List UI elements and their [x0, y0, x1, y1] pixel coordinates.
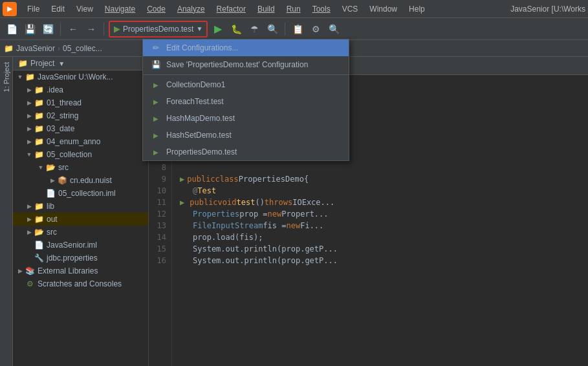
- run-config-icon: ▶: [114, 24, 120, 34]
- jdbc-label: jdbc.properties: [47, 253, 98, 263]
- gutter-run-icon-11: ▶: [180, 197, 184, 208]
- sync-button[interactable]: 🔄: [40, 21, 56, 37]
- javasenioir-iml-label: JavaSenior.iml: [47, 241, 97, 250]
- edit-config-label: Edit Configurations...: [166, 43, 238, 52]
- debug-button[interactable]: 🐛: [228, 21, 244, 37]
- collection-label: 05_collection: [47, 150, 92, 159]
- tree-item-01-thread[interactable]: ▶ 📁 01_thread: [13, 96, 148, 109]
- coverage-button[interactable]: ☂: [246, 21, 262, 37]
- tree-arrow-lib: ▶: [25, 203, 34, 210]
- menu-build[interactable]: Build: [252, 3, 280, 15]
- profile-button[interactable]: 🔍: [265, 21, 280, 37]
- tree-item-javasenioir-iml[interactable]: ▶ 📄 JavaSenior.iml: [13, 239, 148, 252]
- search-button[interactable]: 🔍: [326, 21, 342, 37]
- code-line-11: ▶ public void test() throws IOExce...: [180, 197, 580, 208]
- forward-button[interactable]: →: [83, 21, 99, 37]
- breadcrumb-folder-icon: 📁: [4, 44, 14, 53]
- tree-item-idea[interactable]: ▶ 📁 .idea: [13, 83, 148, 96]
- project-panel-label[interactable]: 1: Project: [3, 62, 10, 92]
- menu-help[interactable]: Help: [404, 3, 430, 15]
- tree-arrow-src: ▼: [36, 164, 45, 171]
- tree-item-javasenioir-root[interactable]: ▼ 📁 JavaSenior U:\Work...: [13, 70, 148, 83]
- code-line-13: FileInputStream fis = new Fi...: [180, 220, 580, 231]
- toolbar: 📄 💾 🔄 ← → ▶ PropertiesDemo.test ▼ ▶ 🐛 ☂ …: [0, 18, 588, 40]
- menu-run[interactable]: Run: [281, 3, 306, 15]
- out-label: out: [47, 215, 58, 224]
- code-line-10: @Test: [180, 185, 580, 197]
- tree-item-03-date[interactable]: ▶ 📁 03_date: [13, 122, 148, 135]
- idea-folder-icon: 📁: [34, 85, 44, 95]
- collection-demo1-label: CollectionDemo1: [166, 80, 225, 89]
- menu-file[interactable]: File: [22, 3, 45, 15]
- foreach-test-label: ForeachTest.test: [166, 97, 224, 106]
- edit-config-icon: ✏: [151, 43, 161, 53]
- dropdown-item-foreach-test[interactable]: ▶ ForeachTest.test: [143, 93, 349, 110]
- breadcrumb-sep: ›: [58, 44, 60, 53]
- menu-vcs[interactable]: VCS: [337, 3, 364, 15]
- settings-button[interactable]: ⚙: [308, 21, 323, 37]
- lib-folder-icon: 📁: [34, 201, 44, 211]
- side-panel-toggle[interactable]: 1: Project: [0, 57, 13, 366]
- run-config-arrow: ▼: [196, 25, 202, 32]
- hashset-demo-label: HashSetDemo.test: [166, 131, 232, 140]
- hashset-demo-icon: ▶: [151, 130, 161, 140]
- package-label: cn.edu.nuist: [70, 176, 112, 185]
- thread-label: 01_thread: [47, 98, 82, 107]
- menu-navigate[interactable]: Navigate: [100, 3, 140, 15]
- tree-arrow-03date: ▶: [25, 125, 34, 132]
- breadcrumb-part1[interactable]: JavaSenior: [16, 44, 55, 53]
- project-header-arrow[interactable]: ▼: [58, 60, 65, 67]
- project-panel-header: 📁 Project ▼: [13, 57, 148, 70]
- project-header-label: Project: [30, 59, 54, 68]
- tree-item-src[interactable]: ▼ 📂 src: [13, 161, 148, 174]
- tree-item-05-collection[interactable]: ▼ 📁 05_collection: [13, 148, 148, 161]
- tree-item-lib[interactable]: ▶ 📁 lib: [13, 200, 148, 213]
- menu-refactor[interactable]: Refactor: [212, 3, 251, 15]
- tree-item-05-iml[interactable]: ▶ 📄 05_collection.iml: [13, 187, 148, 200]
- dropdown-item-edit-config[interactable]: ✏ Edit Configurations...: [143, 39, 349, 56]
- tree-item-external-libs[interactable]: ▶ 📚 External Libraries: [13, 264, 148, 277]
- breadcrumb-part2[interactable]: 05_collec...: [63, 44, 102, 53]
- string-label: 02_string: [47, 111, 78, 120]
- project-panel: 📁 Project ▼ ▼ 📁 JavaSenior U:\Work... ▶ …: [13, 57, 149, 366]
- tree-item-cn-edu-nuist[interactable]: ▶ 📦 cn.edu.nuist: [13, 174, 148, 187]
- new-file-button[interactable]: 📄: [4, 21, 19, 37]
- dropdown-item-properties-demo[interactable]: ▶ PropertiesDemo.test: [143, 144, 349, 160]
- code-line-9: ▶ public class PropertiesDemo {: [180, 173, 580, 185]
- menu-view[interactable]: View: [71, 3, 98, 15]
- dropdown-sep: [143, 74, 349, 75]
- dropdown-item-hashset-demo[interactable]: ▶ HashSetDemo.test: [143, 127, 349, 144]
- menu-edit[interactable]: Edit: [46, 3, 70, 15]
- tree-item-04-enum-anno[interactable]: ▶ 📁 04_enum_anno: [13, 135, 148, 148]
- save-button[interactable]: 💾: [22, 21, 38, 37]
- tree-arrow-02string: ▶: [25, 113, 34, 119]
- dropdown-item-save-config[interactable]: 💾 Save 'PropertiesDemo.test' Configurati…: [143, 56, 349, 73]
- dropdown-item-collection-demo1[interactable]: ▶ CollectionDemo1: [143, 76, 349, 93]
- dropdown-item-hashmap-demo[interactable]: ▶ HashMapDemo.test: [143, 110, 349, 127]
- jdbc-icon: 🔧: [34, 253, 44, 263]
- back-button[interactable]: ←: [65, 21, 81, 37]
- tree-item-src-root[interactable]: ▶ 📂 src: [13, 226, 148, 239]
- tree-item-jdbc-properties[interactable]: ▶ 🔧 jdbc.properties: [13, 252, 148, 264]
- save-config-icon: 💾: [151, 59, 161, 70]
- tree-arrow-05col: ▼: [25, 151, 34, 158]
- tree-arrow-src-root: ▶: [25, 229, 34, 235]
- menu-tools[interactable]: Tools: [307, 3, 336, 15]
- iml-icon-05: 📄: [45, 188, 56, 199]
- menu-analyze[interactable]: Analyze: [172, 3, 210, 15]
- run-button[interactable]: ▶: [210, 21, 226, 37]
- menu-window[interactable]: Window: [364, 3, 402, 15]
- menu-code[interactable]: Code: [142, 3, 171, 15]
- gutter-run-icon-9: ▶: [180, 173, 184, 185]
- save-config-label: Save 'PropertiesDemo.test' Configuration: [166, 60, 308, 69]
- tree-item-scratches[interactable]: ▶ ⚙ Scratches and Consoles: [13, 277, 148, 290]
- tree-item-02-string[interactable]: ▶ 📁 02_string: [13, 109, 148, 122]
- run-config-selector[interactable]: ▶ PropertiesDemo.test ▼: [109, 21, 208, 38]
- properties-demo-icon: ▶: [151, 147, 161, 157]
- vcs-button[interactable]: 📋: [290, 21, 305, 37]
- tree-arrow-04enum: ▶: [25, 138, 34, 145]
- src-root-label: src: [47, 228, 57, 237]
- project-info: JavaSenior [U:\Works: [510, 5, 585, 14]
- ext-libs-label: External Libraries: [38, 266, 98, 275]
- tree-item-out[interactable]: ▶ 📁 out: [13, 213, 148, 226]
